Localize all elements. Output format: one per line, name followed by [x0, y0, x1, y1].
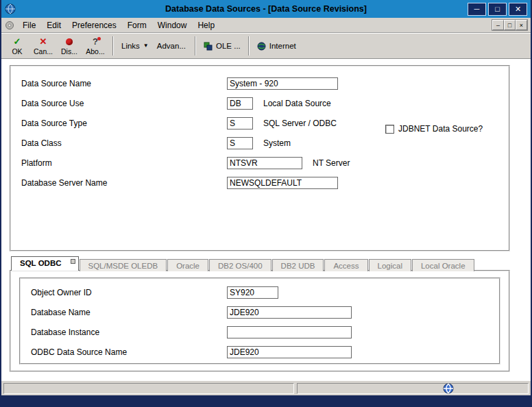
toolbar-separator: [195, 36, 196, 56]
status-globe-icon: [443, 383, 454, 394]
menu-edit[interactable]: Edit: [41, 19, 66, 32]
tab-db2-os400[interactable]: DB2 OS/400: [209, 259, 271, 271]
data-source-name-input[interactable]: [227, 77, 338, 90]
platform-description: NT Server: [313, 158, 350, 168]
field-row-platform: Platform NT Server: [11, 153, 509, 173]
tab-label: DB2 OS/400: [218, 262, 263, 270]
jdbnet-checkbox-label: JDBNET Data Source?: [398, 124, 483, 134]
close-button[interactable]: ✕: [509, 3, 527, 16]
tab-oracle[interactable]: Oracle: [167, 259, 208, 271]
data-source-type-label: Data Source Type: [21, 119, 227, 128]
database-instance-input[interactable]: [227, 326, 352, 338]
database-server-name-input[interactable]: [227, 177, 338, 189]
cancel-button-label: Can...: [34, 47, 53, 56]
database-name-input[interactable]: [227, 306, 352, 319]
mdi-close-button[interactable]: ×: [516, 20, 527, 30]
tab-sql-msde-oledb[interactable]: SQL/MSDE OLEDB: [80, 259, 167, 271]
status-panel-message: [3, 383, 294, 394]
tab-label: SQL/MSDE OLEDB: [88, 262, 158, 270]
tab-label: SQL ODBC: [20, 259, 62, 267]
about-button[interactable]: ? Abo...: [82, 34, 108, 58]
tab-sql-odbc[interactable]: SQL ODBC: [11, 256, 79, 271]
field-row-data-source-name: Data Source Name: [11, 73, 509, 93]
tab-label: Oracle: [176, 262, 200, 270]
toolbar: ✓ OK ✕ Can... Dis... ? Abo... Links ▼ Ad…: [1, 33, 531, 59]
display-errors-button-label: Dis...: [61, 47, 77, 56]
data-source-header-panel: Data Source Name Data Source Use Local D…: [10, 65, 510, 251]
ole-button-label: OLE ...: [216, 42, 241, 50]
links-label: Links: [121, 42, 140, 50]
data-source-use-label: Data Source Use: [21, 99, 227, 108]
tab-corner-icon: [71, 259, 75, 264]
menu-help[interactable]: Help: [192, 19, 220, 32]
ok-button-label: OK: [12, 47, 22, 56]
data-source-type-description: SQL Server / ODBC: [263, 119, 337, 128]
display-errors-button[interactable]: Dis...: [56, 34, 82, 58]
data-source-use-input[interactable]: [227, 97, 253, 110]
jdbnet-checkbox-row: JDBNET Data Source?: [385, 124, 483, 134]
toolbar-separator: [248, 36, 250, 56]
internet-button-label: Internet: [269, 42, 296, 50]
about-icon: ?: [93, 37, 98, 47]
data-class-description: System: [263, 138, 291, 148]
tab-db2-udb[interactable]: DB2 UDB: [272, 259, 324, 271]
tab-logical[interactable]: Logical: [369, 259, 411, 271]
database-instance-label: Database Instance: [31, 328, 227, 337]
advanced-button[interactable]: Advan...: [152, 42, 191, 50]
links-dropdown[interactable]: Links ▼: [118, 42, 152, 50]
field-row-database-name: Database Name: [21, 302, 499, 322]
field-row-data-class: Data Class System: [11, 133, 509, 153]
data-class-input[interactable]: [227, 137, 253, 149]
sql-odbc-group: Object Owner ID Database Name Database I…: [19, 278, 500, 365]
form-client-area: Data Source Name Data Source Use Local D…: [1, 59, 531, 380]
mdi-restore-button[interactable]: □: [504, 20, 516, 30]
object-owner-id-input[interactable]: [227, 286, 278, 299]
ok-button[interactable]: ✓ OK: [4, 34, 30, 58]
menu-preferences[interactable]: Preferences: [66, 19, 122, 32]
database-name-label: Database Name: [31, 308, 227, 317]
data-source-type-input[interactable]: [227, 117, 253, 130]
field-row-odbc-data-source-name: ODBC Data Source Name: [21, 342, 499, 362]
mdi-minimize-button[interactable]: –: [492, 20, 504, 30]
menu-file[interactable]: File: [17, 19, 41, 32]
tab-label: Logical: [378, 262, 402, 270]
maximize-button[interactable]: □: [488, 3, 507, 16]
window-controls: ─ □ ✕: [468, 3, 527, 16]
internet-button[interactable]: Internet: [254, 42, 300, 51]
sql-odbc-tab-page: Object Owner ID Database Name Database I…: [10, 270, 510, 372]
field-row-database-server-name: Database Server Name: [11, 173, 509, 193]
odbc-data-source-name-label: ODBC Data Source Name: [31, 347, 227, 357]
status-panel-right: [297, 383, 529, 394]
field-row-object-owner-id: Object Owner ID: [21, 282, 499, 302]
cancel-button[interactable]: ✕ Can...: [30, 34, 56, 58]
check-icon: ✓: [14, 37, 21, 47]
mdi-window-controls: – □ ×: [492, 19, 528, 31]
object-owner-id-label: Object Owner ID: [31, 288, 227, 297]
caret-down-icon: ▼: [143, 43, 149, 49]
document-icon: [5, 21, 14, 30]
odbc-data-source-name-input[interactable]: [227, 346, 352, 358]
status-bar: [1, 380, 531, 395]
about-button-label: Abo...: [86, 47, 104, 56]
title-bar: Database Data Sources - [Data Source Rev…: [1, 0, 531, 18]
ole-button[interactable]: OLE ...: [200, 42, 244, 51]
cancel-icon: ✕: [40, 37, 47, 47]
tab-label: Access: [333, 262, 359, 270]
ole-icon: [204, 42, 213, 51]
tab-access[interactable]: Access: [324, 259, 367, 271]
tab-label: DB2 UDB: [281, 262, 315, 270]
platform-label: Platform: [21, 158, 227, 168]
tab-label: Local Oracle: [421, 262, 466, 270]
jdbnet-checkbox[interactable]: [385, 125, 394, 134]
menu-form[interactable]: Form: [122, 19, 152, 32]
menu-bar: File Edit Preferences Form Window Help –…: [1, 18, 531, 33]
toolbar-separator: [112, 36, 114, 56]
menu-window[interactable]: Window: [152, 19, 193, 32]
field-row-data-source-use: Data Source Use Local Data Source: [11, 93, 509, 113]
minimize-button[interactable]: ─: [468, 3, 486, 16]
tab-strip: SQL ODBC SQL/MSDE OLEDB Oracle DB2 OS/40…: [11, 257, 475, 271]
app-window: Database Data Sources - [Data Source Rev…: [1, 0, 531, 395]
platform-input[interactable]: [227, 157, 302, 169]
tab-local-oracle[interactable]: Local Oracle: [412, 259, 474, 271]
data-source-name-label: Data Source Name: [21, 79, 227, 88]
